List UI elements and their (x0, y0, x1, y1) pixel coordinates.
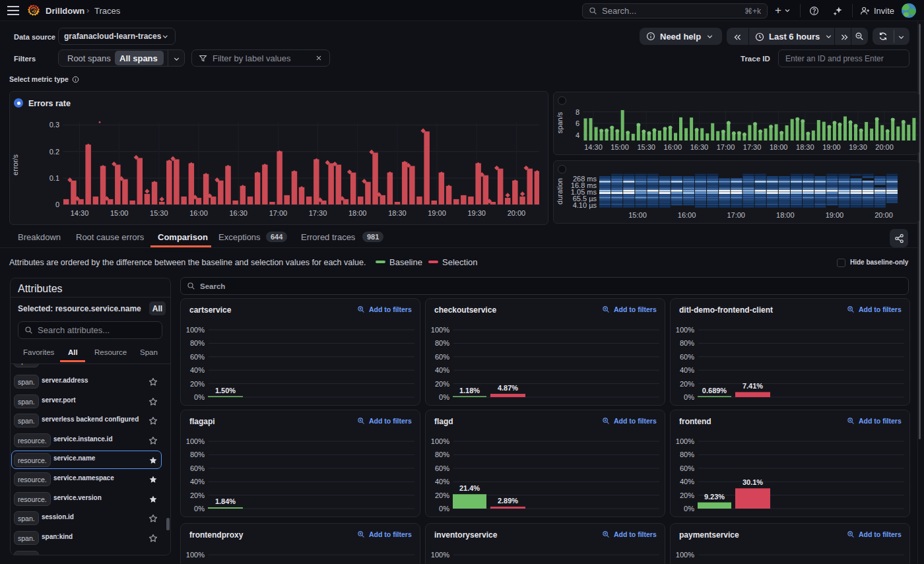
svg-text:100%: 100% (186, 437, 205, 445)
svg-text:60%: 60% (190, 464, 205, 472)
svg-text:0.2: 0.2 (50, 148, 59, 156)
svg-text:error/s: error/s (11, 154, 19, 175)
svg-text:80%: 80% (435, 339, 449, 347)
svg-text:14:30: 14:30 (584, 143, 603, 151)
svg-text:20%: 20% (435, 491, 449, 499)
svg-text:18:00: 18:00 (770, 143, 788, 151)
svg-text:40%: 40% (680, 366, 694, 374)
svg-text:80%: 80% (190, 451, 205, 458)
svg-text:4: 4 (576, 131, 579, 139)
svg-text:19:30: 19:30 (467, 209, 486, 217)
svg-text:30.1%: 30.1% (742, 478, 763, 486)
svg-text:100%: 100% (676, 551, 694, 559)
svg-text:16:00: 16:00 (664, 143, 682, 151)
svg-text:15:00: 15:00 (110, 209, 129, 217)
svg-text:17:30: 17:30 (309, 209, 327, 217)
svg-text:15:30: 15:30 (150, 209, 168, 217)
svg-text:16:30: 16:30 (229, 209, 248, 217)
svg-text:60%: 60% (190, 353, 205, 361)
svg-text:9.23%: 9.23% (704, 493, 725, 501)
svg-text:6: 6 (576, 119, 579, 127)
svg-text:0%: 0% (684, 393, 694, 401)
svg-text:15:00: 15:00 (610, 143, 629, 151)
svg-text:20%: 20% (680, 380, 694, 388)
svg-text:17:00: 17:00 (269, 209, 288, 217)
svg-text:100%: 100% (186, 326, 205, 334)
svg-text:40%: 40% (435, 366, 449, 374)
svg-text:21.4%: 21.4% (459, 484, 480, 492)
svg-text:19:30: 19:30 (849, 143, 867, 151)
svg-text:17:00: 17:00 (717, 143, 735, 151)
svg-text:19:00: 19:00 (428, 209, 446, 217)
svg-text:0%: 0% (684, 505, 694, 513)
svg-text:16:00: 16:00 (189, 209, 208, 217)
svg-text:60%: 60% (680, 464, 694, 472)
svg-text:19:00: 19:00 (826, 211, 844, 219)
svg-text:80%: 80% (680, 339, 694, 347)
svg-text:100%: 100% (431, 551, 449, 559)
svg-text:100%: 100% (676, 437, 694, 445)
svg-text:1.50%: 1.50% (215, 387, 236, 394)
svg-text:0: 0 (55, 201, 59, 208)
svg-text:60%: 60% (435, 464, 449, 472)
svg-text:4.87%: 4.87% (498, 384, 518, 392)
svg-text:7.41%: 7.41% (742, 382, 763, 390)
svg-text:15:00: 15:00 (628, 211, 647, 219)
svg-text:40%: 40% (190, 478, 205, 486)
svg-text:0%: 0% (194, 393, 205, 401)
svg-text:18:30: 18:30 (388, 209, 407, 217)
svg-text:16:00: 16:00 (678, 211, 696, 219)
svg-text:20:00: 20:00 (508, 209, 526, 217)
svg-text:20%: 20% (190, 491, 205, 499)
svg-text:1.84%: 1.84% (215, 497, 236, 505)
svg-text:100%: 100% (431, 326, 449, 334)
svg-text:14:30: 14:30 (71, 209, 89, 217)
svg-text:19:00: 19:00 (822, 143, 841, 151)
svg-text:0.3: 0.3 (50, 121, 59, 129)
svg-text:17:30: 17:30 (743, 143, 762, 151)
svg-text:0%: 0% (439, 393, 449, 401)
svg-text:80%: 80% (190, 339, 205, 347)
svg-text:80%: 80% (435, 451, 449, 458)
svg-text:16:30: 16:30 (690, 143, 709, 151)
svg-text:0%: 0% (194, 505, 205, 513)
svg-text:17:00: 17:00 (727, 211, 745, 219)
svg-text:40%: 40% (680, 478, 694, 486)
svg-text:18:00: 18:00 (776, 211, 795, 219)
svg-text:100%: 100% (676, 326, 694, 334)
svg-text:40%: 40% (190, 366, 205, 374)
svg-text:20:00: 20:00 (875, 143, 894, 151)
svg-text:1.18%: 1.18% (459, 387, 480, 394)
svg-text:4.10 µs: 4.10 µs (573, 201, 597, 209)
svg-text:80%: 80% (680, 451, 694, 458)
svg-text:20%: 20% (190, 380, 205, 388)
svg-text:60%: 60% (680, 353, 694, 361)
svg-text:20%: 20% (435, 380, 449, 388)
svg-text:8: 8 (576, 108, 579, 116)
svg-text:0.689%: 0.689% (702, 387, 727, 394)
svg-text:15:30: 15:30 (637, 143, 655, 151)
svg-text:0.1: 0.1 (50, 174, 59, 182)
svg-text:18:30: 18:30 (796, 143, 814, 151)
svg-text:100%: 100% (186, 551, 205, 559)
svg-text:40%: 40% (435, 478, 449, 486)
svg-text:20:00: 20:00 (874, 211, 893, 219)
svg-text:100%: 100% (431, 437, 449, 445)
svg-text:duration: duration (556, 178, 564, 204)
svg-text:60%: 60% (435, 353, 449, 361)
svg-text:20%: 20% (680, 491, 694, 499)
svg-text:18:00: 18:00 (348, 209, 367, 217)
svg-text:2.89%: 2.89% (498, 497, 518, 505)
svg-text:span/s: span/s (556, 111, 564, 133)
svg-text:0%: 0% (439, 505, 449, 513)
